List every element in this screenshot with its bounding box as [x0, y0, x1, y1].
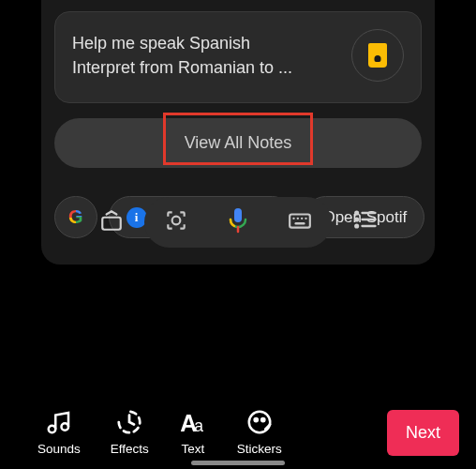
note-line-1: Help me speak Spanish [72, 31, 340, 55]
svg-text:a: a [194, 416, 203, 435]
svg-rect-0 [102, 218, 121, 230]
svg-point-10 [355, 212, 358, 215]
svg-point-21 [254, 418, 257, 421]
home-indicator[interactable] [191, 461, 285, 465]
sounds-button[interactable]: Sounds [37, 408, 81, 456]
google-g-icon: G [68, 206, 83, 228]
note-line-2: Interpret from Romanian to ... [72, 55, 340, 80]
next-label: Next [406, 423, 440, 442]
svg-point-20 [249, 412, 271, 433]
svg-point-22 [261, 418, 264, 421]
list-icon[interactable] [352, 206, 379, 236]
assistant-panel: Help me speak Spanish Interpret from Rom… [41, 0, 435, 265]
share-screen-icon[interactable] [99, 208, 124, 236]
text-label: Text [181, 442, 204, 456]
effects-label: Effects [111, 442, 149, 456]
mic-icon[interactable] [227, 207, 249, 237]
keep-note-card[interactable]: Help me speak Spanish Interpret from Rom… [54, 11, 422, 103]
svg-point-1 [171, 217, 180, 225]
stickers-button[interactable]: Stickers [237, 408, 282, 456]
svg-rect-2 [234, 208, 242, 222]
next-button[interactable]: Next [387, 410, 459, 456]
note-text: Help me speak Spanish Interpret from Rom… [72, 31, 340, 80]
svg-point-14 [355, 225, 358, 228]
effects-button[interactable]: Effects [111, 408, 149, 456]
text-button[interactable]: A a Text [179, 408, 207, 456]
google-chip[interactable]: G [54, 196, 97, 238]
view-all-label: View All Notes [185, 133, 292, 152]
lens-icon[interactable] [164, 208, 188, 236]
assistant-input-pill [144, 197, 332, 248]
stickers-label: Stickers [237, 442, 282, 456]
keep-icon[interactable] [351, 29, 404, 82]
sounds-label: Sounds [37, 442, 81, 456]
view-all-notes-button[interactable]: View All Notes [54, 118, 422, 168]
tiktok-toolbar: Sounds Effects A a Text Stickers Next [37, 408, 459, 456]
svg-point-12 [355, 219, 358, 221]
svg-rect-4 [290, 215, 310, 228]
keyboard-icon[interactable] [288, 208, 312, 236]
